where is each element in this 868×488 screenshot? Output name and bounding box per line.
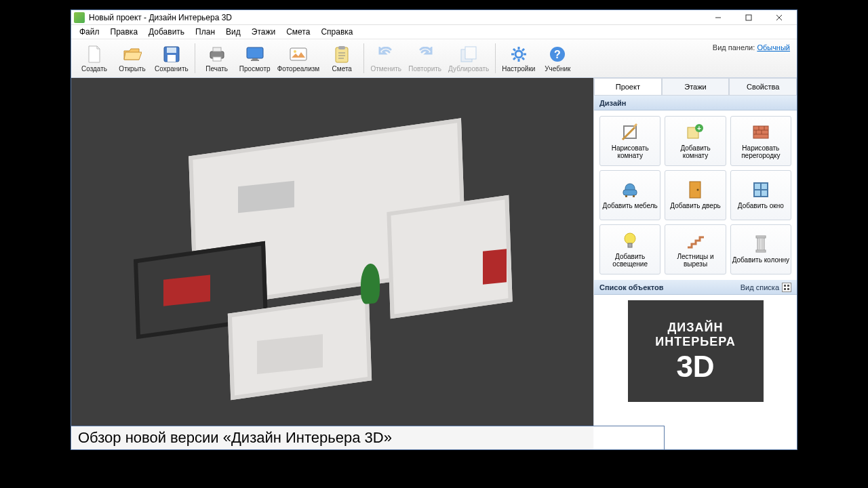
tab-floors[interactable]: Этажи <box>662 78 730 95</box>
printer-icon <box>208 45 226 64</box>
panel-tabs: Проект Этажи Свойства <box>594 78 797 96</box>
maximize-button[interactable] <box>733 11 764 24</box>
minimize-button[interactable] <box>703 11 733 24</box>
close-button[interactable] <box>764 11 794 24</box>
menu-edit[interactable]: Правка <box>105 26 144 38</box>
menu-file[interactable]: Файл <box>74 26 105 38</box>
group-header-design: Дизайн <box>594 96 797 110</box>
menu-estimate[interactable]: Смета <box>281 26 315 38</box>
app-window: Новый проект - Дизайн Интерьера 3D Файл … <box>71 9 797 450</box>
redo-button[interactable]: Повторить <box>405 41 445 76</box>
svg-rect-21 <box>465 47 476 59</box>
draw-room-icon <box>620 123 639 142</box>
undo-icon <box>376 45 395 64</box>
add-column-button[interactable]: Добавить колонну <box>730 224 791 274</box>
design-buttons-grid: Нарисовать комнату + Добавить комнату На… <box>594 110 797 280</box>
menu-plan[interactable]: План <box>190 26 220 38</box>
svg-line-30 <box>522 49 524 51</box>
duplicate-button[interactable]: Дублировать <box>445 41 492 76</box>
help-icon: ? <box>548 45 567 64</box>
group-header-objects: Список объектов Вид списка <box>594 280 797 295</box>
duplicate-icon <box>459 45 478 64</box>
side-panel: Проект Этажи Свойства Дизайн Нарисовать … <box>593 78 797 449</box>
create-button[interactable]: Создать <box>75 41 113 76</box>
add-window-button[interactable]: Добавить окно <box>730 170 791 220</box>
svg-rect-15 <box>336 47 348 62</box>
svg-rect-5 <box>167 47 176 53</box>
toolbar: Создать Открыть Сохранить Печать Просмот… <box>71 39 797 78</box>
floorplan-render <box>98 96 568 430</box>
add-lighting-button[interactable]: Добавить освещение <box>599 224 660 274</box>
svg-rect-48 <box>633 195 635 197</box>
window-controls <box>703 11 794 24</box>
3d-viewport[interactable] <box>71 78 593 449</box>
add-room-icon: + <box>686 123 705 142</box>
preview-button[interactable]: Просмотр <box>236 41 274 76</box>
svg-rect-56 <box>757 237 764 251</box>
menu-view[interactable]: Вид <box>220 26 246 38</box>
add-door-button[interactable]: Добавить дверь <box>665 170 726 220</box>
separator <box>495 43 496 73</box>
list-view-label: Вид списка <box>741 283 779 291</box>
tab-project[interactable]: Проект <box>594 78 662 95</box>
brick-wall-icon <box>751 123 770 142</box>
svg-rect-47 <box>625 195 627 197</box>
print-button[interactable]: Печать <box>198 41 236 76</box>
svg-rect-6 <box>167 55 176 62</box>
undo-button[interactable]: Отменить <box>367 41 405 76</box>
menu-add[interactable]: Добавить <box>143 26 190 38</box>
svg-rect-1 <box>746 15 751 20</box>
stairs-icon <box>686 231 705 250</box>
clipboard-icon <box>332 45 351 64</box>
estimate-button[interactable]: Смета <box>323 41 361 76</box>
svg-rect-16 <box>338 46 345 49</box>
svg-rect-11 <box>252 58 258 60</box>
lightbulb-icon <box>620 231 639 250</box>
svg-rect-39 <box>753 126 768 138</box>
draw-room-button[interactable]: Нарисовать комнату <box>599 116 660 166</box>
svg-line-28 <box>522 58 524 60</box>
svg-point-54 <box>625 233 635 244</box>
help-button[interactable]: ? Учебник <box>538 41 576 76</box>
svg-rect-10 <box>247 47 263 58</box>
body: Проект Этажи Свойства Дизайн Нарисовать … <box>71 78 797 449</box>
list-view-toggle[interactable] <box>782 283 791 292</box>
svg-rect-49 <box>690 182 701 198</box>
panel-view-selector: Вид панели: Обычный <box>713 43 790 52</box>
add-furniture-button[interactable]: Добавить мебель <box>599 170 660 220</box>
svg-rect-63 <box>784 288 786 290</box>
promo-banner: ДИЗАЙН ИНТЕРЬЕРА 3D <box>628 300 764 402</box>
window-title: Новый проект - Дизайн Интерьера 3D <box>89 13 703 22</box>
svg-rect-57 <box>756 236 766 238</box>
gear-icon <box>509 45 528 64</box>
redo-icon <box>416 45 435 64</box>
app-icon <box>74 12 85 23</box>
menu-help[interactable]: Справка <box>315 26 358 38</box>
titlebar: Новый проект - Дизайн Интерьера 3D <box>71 10 797 25</box>
folder-open-icon <box>123 45 142 64</box>
svg-line-27 <box>513 49 515 51</box>
menubar: Файл Правка Добавить План Вид Этажи Смет… <box>71 25 797 39</box>
svg-point-22 <box>515 51 522 58</box>
svg-rect-55 <box>628 243 632 247</box>
settings-button[interactable]: Настройки <box>498 41 538 76</box>
monitor-icon <box>245 45 264 64</box>
svg-rect-64 <box>787 288 789 290</box>
panel-view-link[interactable]: Обычный <box>757 43 790 52</box>
svg-rect-12 <box>251 60 259 61</box>
svg-rect-62 <box>787 285 789 287</box>
svg-line-29 <box>513 58 515 60</box>
open-button[interactable]: Открыть <box>113 41 151 76</box>
tab-properties[interactable]: Свойства <box>729 78 797 95</box>
svg-point-14 <box>294 50 296 53</box>
menu-floors[interactable]: Этажи <box>246 26 281 38</box>
add-stairs-button[interactable]: Лестницы и вырезы <box>665 224 726 274</box>
svg-rect-46 <box>623 190 637 195</box>
save-button[interactable]: Сохранить <box>151 41 192 76</box>
photorealism-button[interactable]: Фотореализм <box>274 41 323 76</box>
draw-partition-button[interactable]: Нарисовать перегородку <box>730 116 791 166</box>
svg-text:?: ? <box>554 49 561 60</box>
separator <box>195 43 195 73</box>
add-room-button[interactable]: + Добавить комнату <box>665 116 726 166</box>
svg-rect-8 <box>213 47 221 52</box>
